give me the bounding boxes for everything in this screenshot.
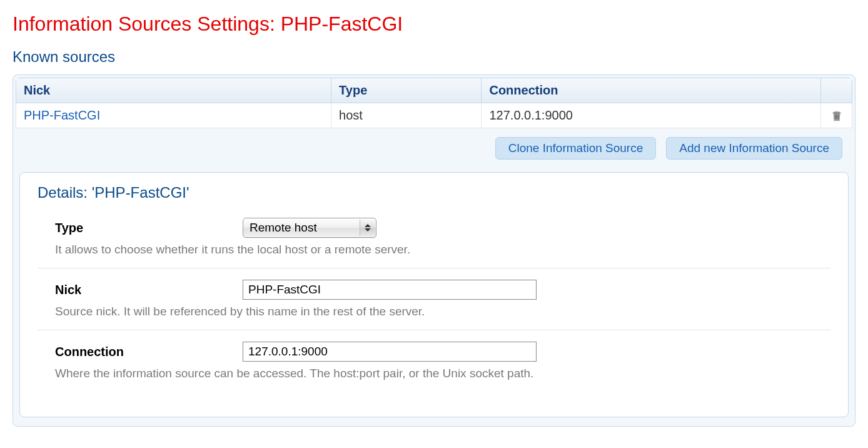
sources-table: Nick Type Connection PHP-FastCGI host 12… bbox=[16, 78, 852, 128]
nick-help: Source nick. It will be referenced by th… bbox=[38, 301, 830, 330]
type-label: Type bbox=[55, 221, 243, 235]
type-help: It allows to choose whether it runs the … bbox=[38, 239, 830, 268]
connection-label: Connection bbox=[55, 345, 243, 359]
details-heading: Details: 'PHP-FastCGI' bbox=[38, 184, 830, 201]
action-button-row: Clone Information Source Add new Informa… bbox=[16, 128, 852, 168]
select-chevrons-icon bbox=[360, 220, 375, 236]
col-nick[interactable]: Nick bbox=[16, 78, 331, 103]
known-sources-panel: Nick Type Connection PHP-FastCGI host 12… bbox=[13, 74, 855, 427]
details-panel: Details: 'PHP-FastCGI' Type Remote host … bbox=[19, 172, 849, 417]
nick-label: Nick bbox=[55, 283, 243, 297]
delete-icon[interactable] bbox=[829, 109, 844, 123]
svg-rect-3 bbox=[837, 115, 838, 119]
source-type-cell: host bbox=[331, 103, 482, 128]
col-actions bbox=[821, 78, 852, 103]
type-select[interactable]: Remote host bbox=[243, 218, 376, 238]
table-row[interactable]: PHP-FastCGI host 127.0.0.1:9000 bbox=[16, 103, 852, 128]
svg-rect-0 bbox=[832, 112, 840, 113]
source-connection-cell: 127.0.0.1:9000 bbox=[482, 103, 821, 128]
nick-input[interactable] bbox=[243, 280, 537, 300]
svg-rect-2 bbox=[836, 115, 837, 119]
connection-help: Where the information source can be acce… bbox=[38, 363, 830, 392]
add-source-button[interactable]: Add new Information Source bbox=[666, 137, 842, 160]
page-title: Information Sources Settings: PHP-FastCG… bbox=[13, 13, 855, 36]
type-select-value: Remote host bbox=[250, 221, 317, 235]
svg-rect-1 bbox=[835, 115, 835, 119]
col-connection[interactable]: Connection bbox=[482, 78, 821, 103]
clone-source-button[interactable]: Clone Information Source bbox=[495, 137, 656, 160]
known-sources-heading: Known sources bbox=[13, 48, 855, 66]
source-nick-link[interactable]: PHP-FastCGI bbox=[24, 108, 100, 122]
connection-input[interactable] bbox=[243, 342, 537, 362]
col-type[interactable]: Type bbox=[331, 78, 482, 103]
